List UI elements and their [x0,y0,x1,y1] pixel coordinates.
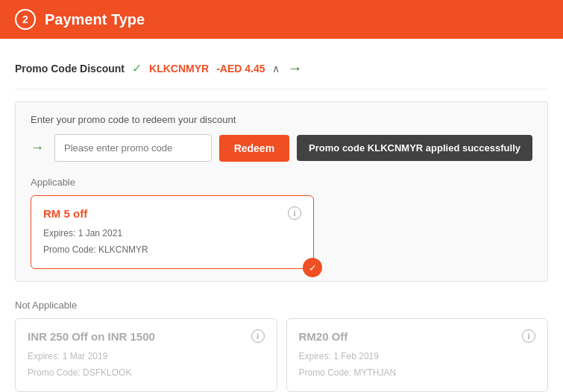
promo-hint-text: Enter your promo code to redeem your dis… [31,114,532,125]
chevron-up-icon[interactable]: ∧ [272,63,280,75]
na-card-1-expires: Expires: 1 Feb 2019 [299,349,536,365]
applicable-promo-card[interactable]: RM 5 off i Expires: 1 Jan 2021 Promo Cod… [31,195,314,269]
input-arrow-icon: → [31,140,44,156]
na-card-0-info-icon[interactable]: i [251,329,265,343]
applicable-label: Applicable [31,177,532,188]
main-content: Promo Code Discount ✓ KLKCNMYR -AED 4.45… [0,39,563,392]
arrow-right-icon: → [287,60,302,77]
not-applicable-section: Not Applicable INR 250 Off on INR 1500 i… [15,300,548,392]
applicable-card-title: RM 5 off [43,207,87,220]
na-card-1-header: RM20 Off i [299,329,536,343]
redeem-button[interactable]: Redeem [219,135,289,162]
promo-input-row: → Redeem Promo code KLKCNMYR applied suc… [31,134,532,162]
discount-amount: -AED 4.45 [216,63,265,75]
not-applicable-card-1: RM20 Off i Expires: 1 Feb 2019 Promo Cod… [286,318,549,392]
promo-summary-row: Promo Code Discount ✓ KLKCNMYR -AED 4.45… [15,51,548,89]
na-card-0-title: INR 250 Off on INR 1500 [28,330,155,343]
not-applicable-label: Not Applicable [15,300,548,311]
page-header: 2 Payment Type [0,0,563,39]
na-card-0-expires: Expires: 1 Mar 2019 [28,349,265,365]
step-number: 2 [15,9,36,30]
applied-promo-code: KLKCNMYR [149,63,209,75]
na-card-1-title: RM20 Off [299,330,348,343]
applicable-card-header: RM 5 off i [43,206,301,220]
na-card-1-code: Promo Code: MYTHJAN [299,365,536,382]
na-card-0-header: INR 250 Off on INR 1500 i [28,329,265,343]
page-title: Payment Type [45,11,145,28]
selected-checkmark-badge: ✓ [303,258,322,277]
applicable-card-code: Promo Code: KLKCNMYR [43,242,301,259]
applicable-section: Applicable RM 5 off i Expires: 1 Jan 202… [31,177,532,269]
applied-checkmark-icon: ✓ [132,61,142,75]
applicable-info-icon[interactable]: i [288,206,301,220]
not-applicable-grid: INR 250 Off on INR 1500 i Expires: 1 Mar… [15,318,548,392]
promo-code-section: Enter your promo code to redeem your dis… [15,101,548,282]
na-card-0-code: Promo Code: DSFKLOOK [28,365,265,382]
applicable-card-expires: Expires: 1 Jan 2021 [43,226,301,242]
promo-code-input[interactable] [54,134,212,162]
na-card-1-info-icon[interactable]: i [522,329,535,343]
not-applicable-card-0: INR 250 Off on INR 1500 i Expires: 1 Mar… [15,318,277,392]
promo-discount-label: Promo Code Discount [15,63,125,75]
success-message: Promo code KLKCNMYR applied successfully [297,135,532,161]
